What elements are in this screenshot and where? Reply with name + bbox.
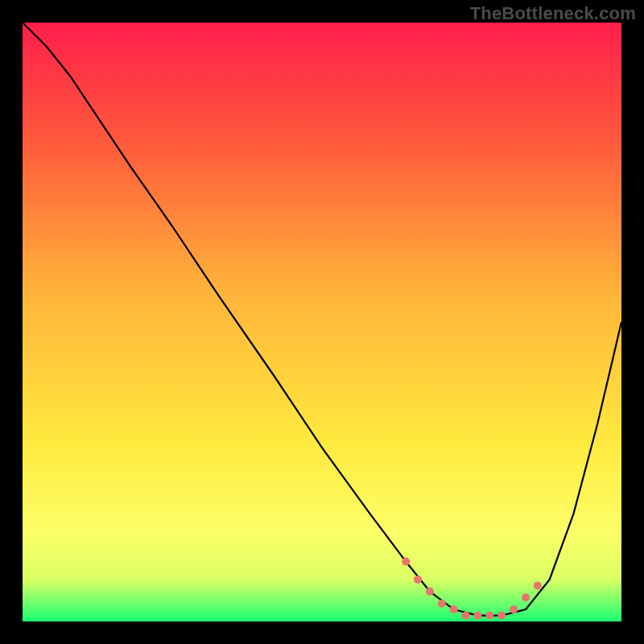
chart-svg — [23, 23, 621, 621]
chart-frame: TheBottleneck.com — [0, 0, 644, 644]
highlight-dot — [510, 605, 518, 613]
highlight-dot — [450, 605, 458, 613]
highlight-dot — [414, 576, 422, 584]
gradient-background — [23, 23, 621, 621]
highlight-dot — [402, 558, 410, 566]
highlight-dot — [438, 600, 446, 608]
highlight-dot — [522, 593, 530, 601]
highlight-dot — [462, 612, 470, 620]
plot-area — [23, 23, 621, 621]
watermark-text: TheBottleneck.com — [470, 3, 636, 24]
highlight-dot — [534, 581, 542, 589]
highlight-dot — [426, 588, 434, 596]
highlight-dot — [485, 612, 493, 620]
highlight-dot — [497, 612, 506, 620]
highlight-dot — [473, 612, 481, 620]
